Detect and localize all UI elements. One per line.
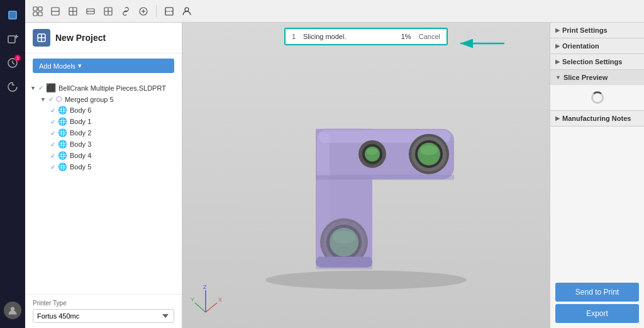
- body-icon: 🌐: [58, 117, 67, 126]
- tree-body-1[interactable]: ✓ 🌐 Body 1: [45, 116, 182, 127]
- tree-body-5[interactable]: ✓ 🌐 Body 5: [45, 161, 182, 172]
- right-panel-spacer: [550, 127, 644, 283]
- printer-select[interactable]: Fortus 450mc Fortus 380mc F370: [33, 309, 174, 323]
- section-manufacturing-notes: ▶ Manufacturing Notes: [550, 111, 644, 127]
- orientation-header[interactable]: ▶ Orientation: [550, 38, 644, 54]
- tree-body-6[interactable]: ✓ 🌐 Body 6: [45, 105, 182, 116]
- model-tree: ▼ ✓ ⬛ BellCrank Multiple Pieces.SLDPRT ▼…: [25, 78, 182, 294]
- toolbar: [25, 0, 644, 23]
- 3d-model: [234, 78, 498, 294]
- selection-settings-header[interactable]: ▶ Selection Settings: [550, 54, 644, 69]
- expand-arrow-print: ▶: [555, 27, 560, 33]
- svg-point-32: [265, 270, 467, 289]
- toolbar-icon-2[interactable]: [48, 4, 63, 19]
- file-icon: ⬛: [46, 83, 56, 93]
- manufacturing-notes-header[interactable]: ▶ Manufacturing Notes: [550, 111, 644, 126]
- slice-preview-content: [550, 85, 644, 110]
- group-icon: ⬡: [56, 95, 62, 103]
- tree-root-item[interactable]: ▼ ✓ ⬛ BellCrank Multiple Pieces.SLDPRT: [25, 82, 182, 94]
- left-sidebar: 3: [0, 0, 25, 328]
- expand-arrow-orientation: ▶: [555, 43, 560, 49]
- toolbar-icon-5[interactable]: [101, 4, 116, 19]
- toolbar-icon-user[interactable]: [179, 4, 194, 19]
- body-icon: 🌐: [58, 140, 67, 149]
- svg-text:X: X: [218, 297, 222, 303]
- svg-rect-11: [33, 12, 37, 16]
- svg-point-26: [185, 8, 189, 11]
- svg-text:Y: Y: [191, 297, 194, 303]
- svg-point-42: [420, 145, 438, 155]
- toolbar-select-icon[interactable]: [30, 4, 45, 19]
- body-icon: 🌐: [58, 151, 67, 160]
- arrow-indicator: [454, 34, 511, 55]
- svg-rect-54: [316, 174, 454, 179]
- svg-line-55: [206, 303, 217, 312]
- svg-rect-10: [38, 7, 42, 11]
- toolbar-icon-slice[interactable]: [162, 4, 177, 19]
- tree-body-4[interactable]: ✓ 🌐 Body 4: [45, 150, 182, 161]
- svg-rect-12: [38, 12, 42, 16]
- expand-arrow-mfg: ▶: [555, 115, 560, 122]
- tree-expand-icon: ▼: [30, 85, 36, 91]
- tree-body-3[interactable]: ✓ 🌐 Body 3: [45, 139, 182, 150]
- send-to-print-button[interactable]: Send to Print: [555, 283, 639, 302]
- slicing-bar: 1 Slicing model. 1% Cancel: [284, 28, 448, 45]
- project-title: New Project: [55, 33, 106, 43]
- body-icon: 🌐: [58, 106, 67, 115]
- svg-line-7: [13, 63, 14, 64]
- toolbar-divider: [156, 5, 157, 18]
- print-settings-header[interactable]: ▶ Print Settings: [550, 23, 644, 38]
- tree-body-2[interactable]: ✓ 🌐 Body 2: [45, 127, 182, 139]
- body-icon: 🌐: [58, 128, 67, 137]
- section-orientation: ▶ Orientation: [550, 38, 644, 54]
- slice-preview-header[interactable]: ▼ Slice Preview: [550, 70, 644, 85]
- svg-rect-2: [8, 36, 15, 43]
- panel-right: ▶ Print Settings ▶ Orientation ▶ Selecti…: [550, 23, 644, 328]
- tree-merged-group[interactable]: ▼ ✓ ⬡ Merged group 5: [35, 94, 182, 105]
- svg-rect-52: [316, 176, 372, 269]
- svg-point-8: [11, 307, 14, 310]
- tree-expand-icon-2: ▼: [40, 96, 46, 103]
- svg-rect-9: [33, 7, 37, 11]
- svg-point-46: [367, 148, 378, 154]
- sidebar-icon-history[interactable]: [3, 77, 23, 97]
- panel-header-icon: [33, 29, 50, 47]
- toolbar-icon-4[interactable]: [83, 4, 98, 19]
- main-area: New Project Add Models ▾ ▼ ✓ ⬛ BellCrank…: [25, 0, 644, 328]
- add-models-button[interactable]: Add Models ▾: [33, 59, 174, 73]
- body-icon: 🌐: [58, 162, 67, 171]
- svg-line-57: [195, 303, 206, 312]
- section-selection-settings: ▶ Selection Settings: [550, 54, 644, 70]
- svg-rect-1: [9, 12, 16, 18]
- toolbar-icon-3[interactable]: [65, 4, 80, 19]
- slicing-cancel-button[interactable]: Cancel: [419, 33, 440, 40]
- section-slice-preview: ▼ Slice Preview: [550, 70, 644, 111]
- user-avatar[interactable]: [4, 302, 21, 319]
- toolbar-icon-chain[interactable]: [118, 4, 133, 19]
- axis-indicator: X Y Z: [189, 284, 220, 315]
- toolbar-icon-support[interactable]: [136, 4, 151, 19]
- expand-arrow-slice: ▼: [555, 74, 561, 81]
- sidebar-icon-add-model[interactable]: [3, 29, 23, 49]
- export-button[interactable]: Export: [555, 304, 639, 323]
- panel-left: New Project Add Models ▾ ▼ ✓ ⬛ BellCrank…: [25, 23, 182, 328]
- section-print-settings: ▶ Print Settings: [550, 23, 644, 38]
- panel-footer: Printer Type Fortus 450mc Fortus 380mc F…: [25, 294, 182, 328]
- panel-header: New Project: [25, 23, 182, 54]
- sidebar-icon-clock[interactable]: 3: [3, 53, 23, 73]
- sidebar-icon-cube[interactable]: [3, 5, 23, 25]
- content-row: New Project Add Models ▾ ▼ ✓ ⬛ BellCrank…: [25, 23, 644, 328]
- svg-text:Z: Z: [203, 284, 207, 290]
- printer-type-label: Printer Type: [33, 300, 174, 307]
- expand-arrow-selection: ▶: [555, 59, 560, 65]
- loading-spinner: [591, 91, 604, 104]
- viewport[interactable]: 1 Slicing model. 1% Cancel: [182, 23, 550, 328]
- svg-rect-53: [316, 256, 372, 267]
